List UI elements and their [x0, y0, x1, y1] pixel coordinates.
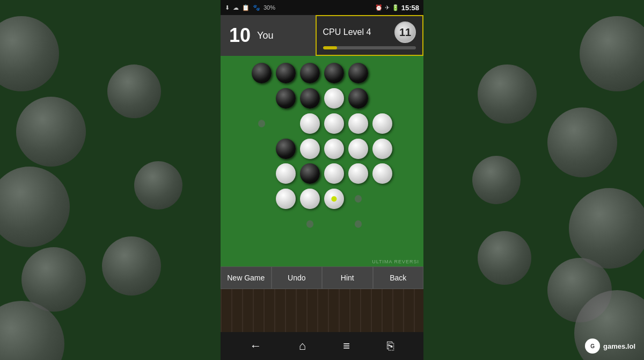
cell [250, 237, 273, 261]
cell [371, 112, 394, 136]
cell [274, 212, 297, 236]
cell [250, 112, 273, 136]
white-disc [324, 88, 344, 109]
cell [395, 136, 418, 161]
cell [395, 61, 418, 85]
cell [347, 162, 370, 186]
board-area[interactable]: ULTIMA REVERSI [221, 56, 423, 267]
cell [226, 212, 249, 236]
watermark: ULTIMA REVERSI [372, 259, 419, 264]
cell [274, 187, 297, 211]
cell [250, 212, 273, 236]
cell [274, 136, 297, 161]
cell [371, 187, 394, 211]
black-disc [348, 88, 368, 109]
black-disc [300, 163, 320, 184]
menu-nav-icon[interactable]: ≡ [343, 339, 350, 353]
cell [347, 87, 370, 111]
new-game-button[interactable]: New Game [221, 267, 272, 289]
cell [347, 187, 370, 211]
hint-button[interactable]: Hint [322, 267, 373, 289]
games-lol-text: games.lol [603, 342, 635, 350]
cell [371, 61, 394, 85]
cell [347, 61, 370, 85]
hint-dot[interactable] [258, 120, 265, 127]
cell [395, 212, 418, 236]
cell [323, 187, 346, 211]
cell [274, 61, 297, 85]
cell [226, 237, 249, 261]
black-disc [300, 88, 320, 109]
cpu-progress-fill [323, 46, 337, 49]
cell [323, 212, 346, 236]
score-cpu-top: CPU Level 4 11 [323, 21, 416, 43]
cell [250, 61, 273, 85]
black-disc [252, 63, 272, 83]
back-nav-icon[interactable]: ← [250, 339, 262, 353]
cell [323, 61, 346, 85]
status-time: 15:58 [401, 4, 419, 12]
cell [298, 187, 321, 211]
button-row: New Game Undo Hint Back [221, 267, 423, 289]
hint-dot[interactable] [306, 220, 313, 227]
cell [347, 112, 370, 136]
cell [226, 187, 249, 211]
cell [274, 112, 297, 136]
cell [298, 136, 321, 161]
cell [298, 237, 321, 261]
cell [226, 112, 249, 136]
cell [226, 87, 249, 111]
white-disc [276, 163, 296, 184]
undo-button[interactable]: Undo [272, 267, 323, 289]
share-nav-icon[interactable]: ⎘ [387, 339, 394, 353]
white-disc [348, 139, 368, 159]
black-disc [348, 63, 368, 83]
cell [298, 61, 321, 85]
left-background [0, 0, 221, 360]
black-disc [276, 63, 296, 83]
cell [395, 187, 418, 211]
cell [226, 61, 249, 85]
status-right: ⏰ ✈ 🔋 15:58 [375, 4, 419, 12]
black-disc [300, 63, 320, 83]
cell [395, 87, 418, 111]
paw-icon: 🐾 [253, 4, 260, 11]
nav-bar: ← ⌂ ≡ ⎘ [221, 332, 423, 360]
home-nav-icon[interactable]: ⌂ [299, 339, 306, 353]
cell [395, 112, 418, 136]
black-disc [324, 63, 344, 83]
white-disc [324, 163, 344, 184]
white-disc [324, 139, 344, 159]
cell [274, 162, 297, 186]
white-disc [300, 113, 320, 134]
cell [323, 237, 346, 261]
bottom-wood [221, 289, 423, 332]
cell [347, 212, 370, 236]
white-disc [372, 163, 392, 184]
you-score: 10 [229, 24, 251, 47]
cell [250, 187, 273, 211]
last-move-disc [324, 189, 344, 209]
cell [323, 87, 346, 111]
you-label: You [257, 30, 273, 41]
airplane-icon: ✈ [385, 4, 390, 11]
cell [298, 212, 321, 236]
games-lol-watermark: G games.lol [585, 339, 635, 354]
white-disc [372, 113, 392, 134]
hint-dot[interactable] [355, 220, 362, 227]
games-lol-logo: G [585, 339, 600, 354]
back-button[interactable]: Back [373, 267, 424, 289]
game-container: ⬇ ☁ 📋 🐾 30% ⏰ ✈ 🔋 15:58 10 You CPU Level… [221, 0, 423, 360]
cell [395, 237, 418, 261]
cell [371, 162, 394, 186]
hint-dot[interactable] [355, 195, 362, 202]
cell [347, 136, 370, 161]
alarm-icon: ⏰ [375, 4, 383, 11]
cell [371, 237, 394, 261]
cell [250, 162, 273, 186]
white-disc [300, 139, 320, 159]
score-cpu: CPU Level 4 11 [316, 15, 423, 56]
cell [323, 112, 346, 136]
download-icon: ⬇ [225, 4, 230, 11]
score-panel: 10 You CPU Level 4 11 [221, 15, 423, 56]
